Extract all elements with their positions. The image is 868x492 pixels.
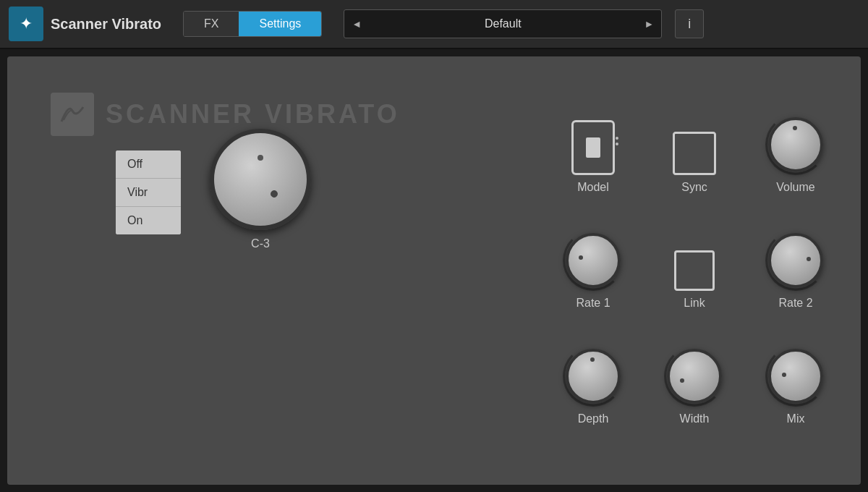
rate2-label: Rate 2 [778,297,812,310]
tab-fx[interactable]: FX [184,12,239,36]
tab-group: FX Settings [183,11,322,37]
model-side-dots [616,137,618,145]
depth-knob[interactable] [566,349,621,404]
depth-label: Depth [578,412,609,425]
app-title: Scanner Vibrato [51,16,161,33]
logo-box: ✦ [9,7,43,41]
controls-grid: Model Sync Volume Rate 1 [550,85,839,433]
main-knob-area: C-3 [210,129,311,250]
header: ✦ Scanner Vibrato FX Settings ◄ Default … [0,0,868,49]
width-knob[interactable] [667,349,722,404]
depth-knob-dot [590,357,595,362]
volume-knob-wrapper [765,114,826,175]
model-bar [586,137,600,158]
rate1-knob[interactable] [566,233,621,288]
mode-off[interactable]: Off [116,150,181,179]
watermark-logo [51,93,94,136]
link-button[interactable] [674,250,715,291]
width-label: Width [680,412,710,425]
model-label: Model [577,181,609,194]
mix-cell: Mix [752,317,839,433]
main-knob-indicator [258,155,263,161]
mix-knob[interactable] [768,349,823,404]
preset-group: ◄ Default ► [344,9,662,38]
link-label: Link [684,297,705,310]
model-dot-1 [616,137,618,140]
watermark-text: SCANNER VIBRATO [106,99,400,130]
mode-on[interactable]: On [116,207,181,234]
model-control[interactable] [571,120,615,175]
rate2-knob-wrapper [765,230,826,291]
mode-selector: Off Vibr On [116,150,181,234]
preset-next-button[interactable]: ► [637,10,661,38]
sync-button[interactable] [673,132,716,175]
volume-label: Volume [776,181,814,194]
sync-label: Sync [681,181,707,194]
model-cell: Model [550,85,637,201]
info-button[interactable]: i [675,9,704,38]
mode-vibr[interactable]: Vibr [116,179,181,207]
model-dot-2 [616,143,618,145]
main-panel: SCANNER VIBRATO Off Vibr On C-3 Model [7,56,861,485]
volume-knob[interactable] [768,117,823,172]
rate2-knob[interactable] [768,233,823,288]
rate1-cell: Rate 1 [550,201,637,317]
depth-knob-wrapper [563,346,624,407]
volume-cell: Volume [752,85,839,201]
volume-knob-dot [793,126,797,130]
main-knob-label: C-3 [251,237,270,250]
mix-label: Mix [787,412,805,425]
width-knob-wrapper [664,346,725,407]
logo-bird-icon: ✦ [20,14,33,33]
width-cell: Width [651,317,738,433]
rate1-label: Rate 1 [576,297,610,310]
width-knob-dot [680,378,684,383]
rate2-cell: Rate 2 [752,201,839,317]
sync-cell: Sync [651,85,738,201]
rate1-knob-wrapper [563,230,624,291]
preset-name: Default [369,17,637,30]
depth-cell: Depth [550,317,637,433]
main-knob[interactable] [210,129,311,230]
mix-knob-wrapper [765,346,826,407]
mix-knob-dot [782,373,786,377]
tab-settings[interactable]: Settings [239,12,321,36]
rate2-knob-dot [807,257,811,261]
preset-prev-button[interactable]: ◄ [344,10,369,38]
rate1-knob-dot [579,255,583,260]
link-cell: Link [651,201,738,317]
